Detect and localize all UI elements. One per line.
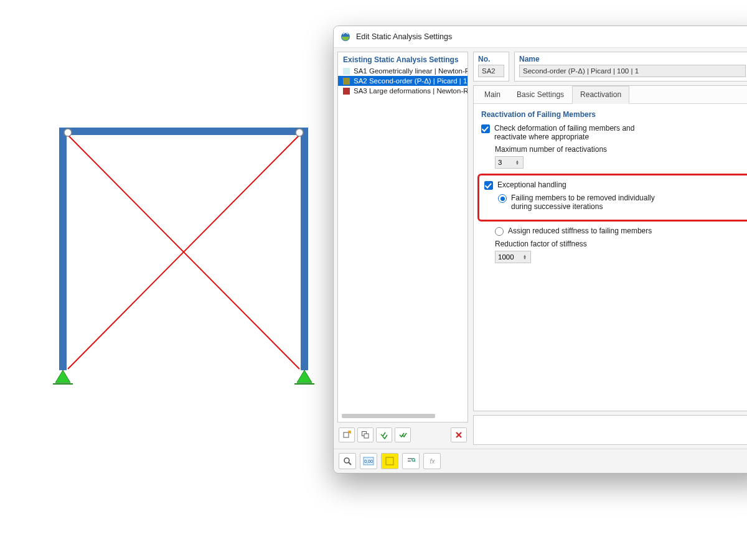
svg-rect-0 — [59, 131, 67, 370]
comments-area[interactable] — [473, 415, 747, 445]
list-header: Existing Static Analysis Settings — [338, 52, 467, 66]
svg-point-5 — [64, 129, 72, 136]
spinner-buttons[interactable]: ▲▼ — [523, 254, 528, 259]
reduction-factor-input[interactable]: 1000 ▲▼ — [495, 251, 531, 263]
list-item-label: SA3 Large deformations | Newton-Rap — [354, 87, 467, 95]
list-item[interactable]: SA1 Geometrically linear | Newton-Rap — [338, 66, 467, 76]
svg-line-17 — [349, 462, 351, 465]
check-all-button[interactable] — [376, 427, 392, 442]
list-item-label: SA1 Geometrically linear | Newton-Rap — [354, 67, 467, 75]
color-button[interactable] — [381, 453, 398, 469]
list-item-label: SA2 Second-order (P-Δ) | Picard | 100 | — [354, 77, 467, 85]
tab-reactivation[interactable]: Reactivation — [572, 86, 629, 104]
color-swatch — [343, 68, 350, 75]
max-reactivations-value: 3 — [498, 159, 502, 166]
tab-main[interactable]: Main — [476, 86, 509, 103]
reduction-factor-label: Reduction factor of stiffness — [495, 240, 747, 248]
radio-remove-individually[interactable] — [498, 194, 507, 203]
name-input[interactable] — [519, 65, 746, 77]
tabs-strip: MainBasic SettingsReactivation — [474, 86, 747, 104]
name-field-group: Name — [514, 52, 747, 82]
units-button[interactable]: 0,00 — [360, 453, 377, 469]
list-toolbar — [337, 425, 468, 445]
spinner-buttons[interactable]: ▲▼ — [515, 160, 520, 165]
exceptional-handling-highlight: Exceptional handling Failing members to … — [477, 174, 747, 222]
settings-list[interactable]: SA1 Geometrically linear | Newton-RapSA2… — [338, 66, 467, 411]
no-label: No. — [478, 55, 504, 63]
svg-marker-9 — [297, 370, 312, 383]
delete-item-button[interactable] — [451, 427, 467, 442]
color-swatch — [343, 88, 350, 95]
svg-rect-2 — [59, 128, 308, 135]
member-filter-button[interactable] — [402, 453, 420, 469]
check-deformation-checkbox[interactable] — [481, 124, 490, 133]
copy-item-button[interactable] — [357, 427, 374, 442]
svg-rect-15 — [364, 434, 369, 438]
svg-rect-1 — [301, 131, 308, 370]
svg-point-6 — [296, 129, 303, 136]
list-item[interactable]: SA2 Second-order (P-Δ) | Picard | 100 | — [338, 76, 467, 86]
reduction-factor-value: 1000 — [498, 253, 514, 261]
exceptional-handling-checkbox[interactable] — [484, 181, 493, 190]
dialog-titlebar: Edit Static Analysis Settings — [334, 26, 747, 48]
color-swatch — [343, 78, 350, 85]
dialog-footer: 0,00 fx — [334, 449, 747, 473]
settings-list-panel: Existing Static Analysis Settings SA1 Ge… — [337, 52, 468, 445]
max-reactivations-label: Maximum number of reactivations — [495, 145, 747, 154]
section-title: Reactivation of Failing Members — [481, 110, 747, 119]
function-button[interactable]: fx — [423, 453, 441, 469]
name-label: Name — [519, 55, 747, 63]
edit-static-analysis-dialog: Edit Static Analysis Settings Existing S… — [333, 26, 747, 474]
no-input[interactable] — [478, 65, 504, 77]
radio-reduced-label: Assign reduced stiffness to failing memb… — [508, 226, 652, 235]
max-reactivations-input[interactable]: 3 ▲▼ — [495, 156, 524, 169]
no-field-group: No. — [473, 52, 509, 82]
svg-marker-7 — [55, 370, 70, 383]
list-item[interactable]: SA3 Large deformations | Newton-Rap — [338, 86, 467, 96]
svg-text:0,00: 0,00 — [364, 459, 373, 464]
svg-point-16 — [344, 458, 349, 463]
app-icon — [340, 31, 351, 42]
svg-point-13 — [349, 431, 350, 433]
svg-text:fx: fx — [430, 458, 435, 465]
structure-diagram — [59, 128, 308, 389]
tab-basic-settings[interactable]: Basic Settings — [509, 86, 572, 103]
exceptional-handling-label: Exceptional handling — [497, 180, 566, 189]
svg-rect-12 — [344, 432, 349, 437]
radio-remove-label: Failing members to be removed individual… — [511, 194, 660, 211]
svg-rect-20 — [386, 457, 393, 465]
check-pair-button[interactable] — [395, 427, 411, 442]
search-button[interactable] — [339, 453, 356, 469]
horizontal-scrollbar[interactable] — [342, 414, 435, 418]
new-item-button[interactable] — [339, 427, 355, 442]
check-deformation-label: Check deformation of failing members and… — [494, 124, 669, 141]
tab-reactivation-content: Reactivation of Failing Members Check de… — [474, 104, 747, 411]
radio-reduced-stiffness[interactable] — [495, 227, 504, 236]
dialog-title: Edit Static Analysis Settings — [356, 32, 452, 41]
